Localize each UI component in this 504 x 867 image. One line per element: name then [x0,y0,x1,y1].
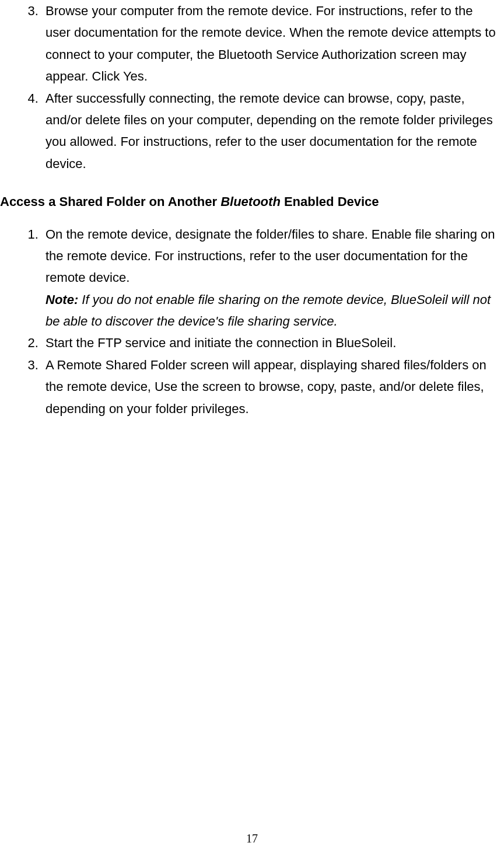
second-ordered-list: On the remote device, designate the fold… [0,223,498,420]
list-item-text: On the remote device, designate the fold… [46,227,495,285]
section-heading: Access a Shared Folder on Another Blueto… [0,191,498,212]
list-item: Browse your computer from the remote dev… [42,0,498,88]
note-text: If you do not enable file sharing on the… [46,292,491,328]
list-item-text: Start the FTP service and initiate the c… [46,335,396,350]
list-item-text: After successfully connecting, the remot… [46,91,493,171]
list-item: A Remote Shared Folder screen will appea… [42,354,498,419]
list-item-text: A Remote Shared Folder screen will appea… [46,358,487,416]
page-number: 17 [0,828,504,854]
list-item: On the remote device, designate the fold… [42,223,498,333]
list-item: Start the FTP service and initiate the c… [42,332,498,354]
heading-suffix: Enabled Device [281,194,379,209]
list-item: After successfully connecting, the remot… [42,88,498,175]
first-ordered-list: Browse your computer from the remote dev… [0,0,498,174]
list-item-text: Browse your computer from the remote dev… [46,4,496,83]
note-label: Note: [46,292,78,307]
document-page: Browse your computer from the remote dev… [0,0,504,828]
heading-italic: Bluetooth [220,194,281,209]
heading-prefix: Access a Shared Folder on Another [0,194,220,209]
